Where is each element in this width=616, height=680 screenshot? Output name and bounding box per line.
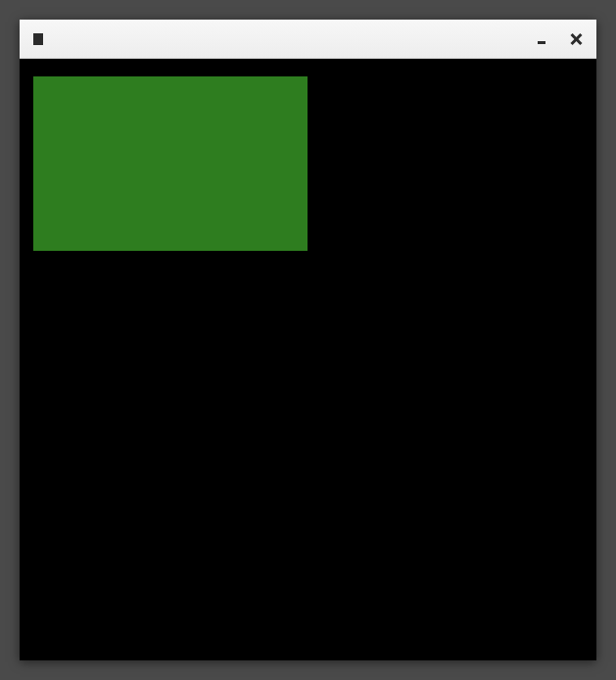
close-icon[interactable] <box>569 32 583 46</box>
minimize-icon[interactable] <box>538 34 547 44</box>
titlebar-controls <box>538 32 583 46</box>
titlebar-left <box>33 33 43 45</box>
canvas-area <box>20 59 596 660</box>
app-window <box>20 20 596 660</box>
green-rectangle <box>33 76 308 251</box>
app-icon <box>33 33 43 45</box>
titlebar[interactable] <box>20 20 596 59</box>
